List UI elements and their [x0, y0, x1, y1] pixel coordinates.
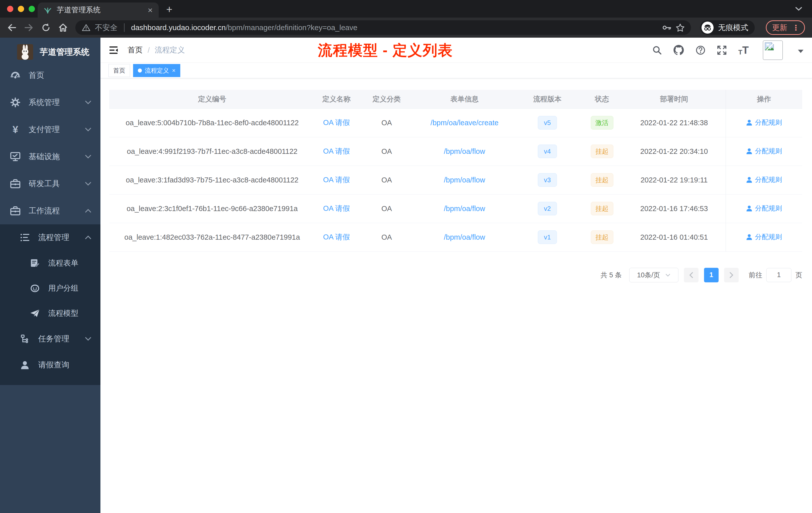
sidebar-item-user-group[interactable]: 用户分组 [0, 276, 100, 301]
form-icon [29, 259, 41, 268]
sidebar-item-task-management[interactable]: 任务管理 [0, 326, 100, 352]
page-number-current[interactable]: 1 [704, 268, 719, 282]
chevron-up-icon [85, 209, 91, 213]
window-zoom-button[interactable] [29, 6, 35, 12]
forward-icon[interactable] [24, 23, 34, 32]
tab-title: 芋道管理系统 [57, 5, 148, 15]
assign-rule-button[interactable]: 分配规则 [746, 118, 782, 127]
breadcrumb-home[interactable]: 首页 [127, 45, 143, 55]
page-size-select[interactable]: 10条/页 [629, 268, 678, 282]
definition-name-link[interactable]: OA 请假 [323, 233, 350, 241]
reload-icon[interactable] [41, 23, 51, 32]
avatar-caret-icon[interactable] [798, 50, 804, 53]
fullscreen-icon[interactable] [717, 46, 727, 55]
sidebar-item-system[interactable]: 系统管理 [0, 89, 100, 116]
table-header-row: 定义编号 定义名称 定义分类 表单信息 流程版本 状态 部署时间 操作 [109, 90, 802, 109]
definition-name-link[interactable]: OA 请假 [323, 118, 350, 126]
sidebar-logo-row: 芋道管理系统 [0, 38, 100, 62]
incognito-label: 无痕模式 [718, 23, 748, 33]
security-label[interactable]: 不安全 [95, 23, 117, 33]
window-minimize-button[interactable] [18, 6, 24, 12]
breadcrumb: 首页 / 流程定义 [127, 45, 185, 55]
chevron-down-icon [85, 100, 91, 104]
tag-process-definition[interactable]: 流程定义 × [133, 64, 180, 77]
user-icon [746, 176, 753, 183]
incognito-icon [701, 22, 714, 34]
definition-name-link[interactable]: OA 请假 [323, 204, 350, 212]
cell-definition-id: oa_leave:5:004b710b-7b8a-11ec-8ef0-acde4… [109, 109, 315, 137]
yen-icon: ¥ [9, 124, 21, 134]
sidebar-collapse-icon[interactable] [109, 46, 119, 55]
table-row: oa_leave:4:991f2193-7b7f-11ec-a3c8-acde4… [109, 137, 802, 165]
sidebar-item-label: 任务管理 [38, 334, 85, 344]
sidebar-item-process-form[interactable]: 流程表单 [0, 250, 100, 276]
font-size-icon[interactable]: TT [738, 45, 749, 56]
status-badge: 挂起 [591, 231, 613, 244]
form-link[interactable]: /bpm/oa/flow [444, 176, 485, 184]
update-browser-button[interactable]: 更新 ⋮ [766, 20, 805, 35]
sidebar-item-process-model[interactable]: 流程模型 [0, 301, 100, 326]
tag-home[interactable]: 首页 [109, 64, 130, 77]
form-link[interactable]: /bpm/oa/flow [444, 147, 485, 155]
col-status: 状态 [581, 90, 623, 109]
password-key-icon[interactable] [662, 25, 671, 30]
active-dot [138, 68, 142, 72]
sidebar-item-home[interactable]: 首页 [0, 62, 100, 89]
sidebar-item-leave-query[interactable]: 请假查询 [0, 352, 100, 378]
address-bar[interactable]: 不安全 dashboard.yudao.iocoder.cn/bpm/manag… [75, 20, 691, 35]
tab-search-chevron-icon[interactable] [795, 6, 803, 11]
col-definition-category: 定义分类 [358, 90, 415, 109]
form-link[interactable]: /bpm/oa/leave/create [431, 119, 499, 127]
table-row: oa_leave:2:3c1f0ef1-76b1-11ec-9c66-a2380… [109, 194, 802, 223]
col-form-info: 表单信息 [415, 90, 514, 109]
sidebar-item-infrastructure[interactable]: 基础设施 [0, 143, 100, 170]
update-label[interactable]: 更新 [772, 23, 787, 33]
sidebar: 芋道管理系统 首页 系统管理 ¥ 支付管理 基础设施 [0, 38, 100, 513]
cell-category: OA [358, 109, 415, 137]
back-icon[interactable] [7, 23, 17, 32]
status-badge: 挂起 [591, 145, 613, 158]
github-icon[interactable] [673, 45, 684, 55]
urlbar-divider [124, 23, 124, 32]
tags-view-bar: 首页 流程定义 × [100, 63, 812, 78]
group-icon [29, 284, 41, 292]
definition-name-link[interactable]: OA 请假 [323, 147, 350, 155]
main-area: 流程模型 - 定义列表 首页 / 流程定义 [100, 38, 812, 513]
new-tab-button[interactable]: + [166, 3, 173, 16]
col-definition-name: 定义名称 [315, 90, 358, 109]
page-url[interactable]: dashboard.yudao.iocoder.cn/bpm/manager/d… [131, 23, 357, 32]
assign-rule-button[interactable]: 分配规则 [746, 204, 782, 213]
browser-menu-icon[interactable]: ⋮ [792, 23, 800, 32]
sidebar-item-process-management[interactable]: 流程管理 [0, 224, 100, 250]
sidebar-item-payment[interactable]: ¥ 支付管理 [0, 116, 100, 143]
sidebar-item-label: 支付管理 [29, 124, 85, 135]
home-icon[interactable] [58, 23, 68, 32]
tab-close-icon[interactable]: × [148, 6, 153, 14]
bookmark-star-icon[interactable] [676, 24, 685, 32]
help-icon[interactable] [696, 45, 705, 55]
prev-page-button[interactable] [684, 268, 698, 282]
goto-page-input[interactable] [766, 268, 791, 282]
cell-category: OA [358, 137, 415, 165]
assign-rule-button[interactable]: 分配规则 [746, 233, 782, 241]
chevron-down-icon [665, 273, 671, 277]
sidebar-item-devtools[interactable]: 研发工具 [0, 170, 100, 197]
search-icon[interactable] [652, 46, 662, 55]
assign-rule-button[interactable]: 分配规则 [746, 147, 782, 156]
form-link[interactable]: /bpm/oa/flow [444, 205, 485, 213]
assign-rule-button[interactable]: 分配规则 [746, 175, 782, 184]
next-page-button[interactable] [724, 268, 739, 282]
window-close-button[interactable] [7, 6, 13, 12]
cell-definition-id: oa_leave:4:991f2193-7b7f-11ec-a3c8-acde4… [109, 137, 315, 165]
user-avatar[interactable] [763, 40, 783, 60]
browser-tab[interactable]: 芋道管理系统 × [38, 2, 159, 18]
form-link[interactable]: /bpm/oa/flow [444, 233, 485, 241]
annotation-title: 流程模型 - 定义列表 [318, 41, 453, 60]
definition-name-link[interactable]: OA 请假 [323, 176, 350, 184]
chevron-down-icon [85, 337, 91, 341]
version-badge: v3 [538, 173, 557, 187]
app-brand: 芋道管理系统 [40, 47, 89, 58]
sidebar-item-workflow[interactable]: 工作流程 [0, 197, 100, 224]
tag-close-icon[interactable]: × [172, 67, 175, 74]
insecure-warning-icon[interactable] [82, 24, 90, 31]
